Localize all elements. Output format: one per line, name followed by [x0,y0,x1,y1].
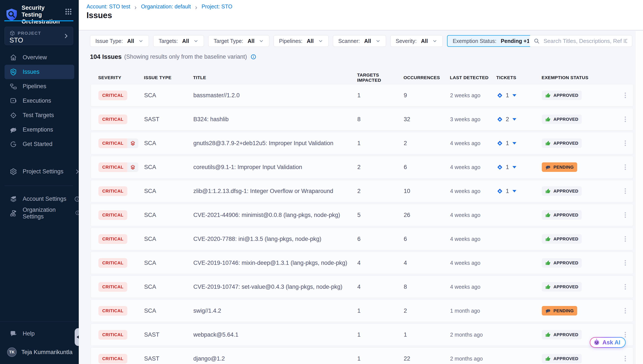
help-chat-icon: ? [10,330,17,338]
row-menu-kebab-icon[interactable] [621,90,630,100]
table-row[interactable]: CRITICALSCAbassmaster//1.2.0192 weeks ag… [91,84,633,106]
target-icon [10,112,17,119]
ticket-dropdown[interactable]: 1 [496,92,516,99]
sidebar-item-account-settings[interactable]: Account Settings [5,192,83,206]
table-row[interactable]: CRITICALSASTB324: hashlib8323 weeks ago2… [91,108,633,130]
table-row[interactable]: CRITICALSCAgnutls28@3.7.9-2+deb12u5: Imp… [91,132,633,154]
targets-impacted-cell: 1 [357,308,404,314]
chevron-down-icon [138,38,144,44]
filter-target-type[interactable]: Target Type:All [208,35,269,47]
severity-badge: CRITICAL [98,234,127,244]
sidebar-item-test-targets[interactable]: Test Targets [5,108,74,122]
exemption-status-cell: APPROVED [542,258,617,268]
exemption-status-label: APPROVED [553,212,578,218]
executions-icon [10,97,17,104]
issues-summary: 104 Issues (Showing results only from th… [90,53,256,60]
row-menu-kebab-icon[interactable] [621,234,630,244]
filter-label: Pipelines: [279,38,302,44]
issue-title[interactable]: gnutls28@3.7.9-2+deb12u5: Improper Input… [193,140,357,147]
issue-type-cell: SAST [144,116,193,123]
exemption-status-cell: APPROVED [542,138,617,148]
issue-title[interactable]: django@1.2 [193,355,357,362]
row-menu-kebab-icon[interactable] [621,162,630,172]
table-row[interactable]: CRITICALSCAzlib@1:1.2.13.dfsg-1: Integer… [91,180,633,202]
sidebar-item-issues[interactable]: Issues [5,65,74,79]
row-menu-kebab-icon[interactable] [621,186,630,196]
ticket-dropdown[interactable]: 1 [496,164,516,170]
filter-scanner[interactable]: Scanner:All [333,35,386,47]
issue-type-cell: SCA [144,164,193,170]
column-header-issue-type: ISSUE TYPE [144,75,193,80]
filter-targets[interactable]: Targets:All [153,35,204,47]
sidebar-item-organization-settings[interactable]: Organization Settings [5,206,83,220]
sidebar-item-get-started[interactable]: Get Started [5,137,74,152]
exemption-status-cell: PENDING [542,162,617,172]
issue-title[interactable]: B324: hashlib [193,116,357,123]
filter-pipelines[interactable]: Pipelines:All [274,35,328,47]
search-input[interactable] [543,38,628,45]
eye-off-icon [10,126,17,134]
issue-title[interactable]: swig//1.4.2 [193,308,357,314]
scrollbar-track[interactable] [636,31,643,364]
table-row[interactable]: CRITICALSCACVE-2019-10746: mixin-deep@1.… [91,252,633,274]
chevron-down-icon [432,38,437,44]
module-grid-icon[interactable] [65,8,72,16]
table-row[interactable]: CRITICALSCACVE-2019-10747: set-value@0.4… [91,276,633,298]
ticket-dropdown[interactable]: 1 [496,140,516,147]
row-menu-kebab-icon[interactable] [621,282,630,292]
user-menu[interactable]: TK Teja Kummarikuntla [0,344,79,360]
get-started-icon [10,140,17,148]
row-menu-kebab-icon[interactable] [621,138,630,148]
exemption-status-label: APPROVED [553,189,578,194]
issue-title[interactable]: bassmaster//1.2.0 [193,92,357,99]
sidebar-item-overview[interactable]: Overview [5,50,74,65]
last-detected-cell: 4 weeks ago [450,260,496,266]
ask-ai-button[interactable]: Ask AI [590,337,626,348]
row-menu-kebab-icon[interactable] [621,210,630,220]
sidebar-item-executions[interactable]: Executions [5,94,74,108]
ticket-dropdown-caret-icon [512,142,516,144]
ticket-dropdown[interactable]: 1 [496,188,516,194]
table-row[interactable]: CRITICALSCACVE-2020-7788: ini@1.3.5 (lan… [91,228,633,250]
table-header: SEVERITYISSUE TYPETITLETARGETS IMPACTEDO… [91,72,633,83]
row-menu-kebab-icon[interactable] [621,114,630,124]
issue-title[interactable]: CVE-2019-10747: set-value@0.4.3 (lang-pk… [193,284,357,290]
issue-title[interactable]: CVE-2019-10746: mixin-deep@1.3.1 (lang-p… [193,260,357,266]
filter-severity[interactable]: Severity:All [390,35,443,47]
tickets-cell: 2 [496,116,542,123]
page-header: Account: STO testOrganization: defaultPr… [79,0,643,30]
exemption-status-cell: APPROVED [542,282,617,292]
filter-issue-type[interactable]: Issue Type:All [90,35,149,47]
table-row[interactable]: CRITICALSCAswig//1.4.2121 month agoPENDI… [91,300,633,322]
table-row[interactable]: CRITICALSCACVE-2021-44906: minimist@0.0.… [91,204,633,226]
issue-title[interactable]: webpack@5.64.1 [193,332,357,338]
table-row[interactable]: CRITICALSASTwebpack@5.64.1112 months ago… [91,324,633,346]
table-row[interactable]: CRITICALSASTdjango@1.21222 months agoAPP… [91,348,633,364]
breadcrumb-link-project[interactable]: Project: STO [202,4,232,10]
row-menu-kebab-icon[interactable] [621,306,630,316]
ticket-count: 1 [506,140,509,147]
sidebar-item-pipelines[interactable]: Pipelines [5,79,74,94]
sidebar-item-exemptions[interactable]: Exemptions [5,122,74,137]
sidebar-item-project-settings[interactable]: Project Settings [5,164,83,179]
info-icon[interactable] [251,54,256,60]
row-menu-kebab-icon[interactable] [621,354,630,364]
targets-impacted-cell: 2 [357,164,404,170]
issue-title[interactable]: zlib@1:1.2.13.dfsg-1: Integer Overflow o… [193,188,357,194]
row-menu-kebab-icon[interactable] [621,258,630,268]
last-detected-cell: 4 weeks ago [450,284,496,290]
sidebar-item-help[interactable]: ? Help [5,326,83,341]
issue-title[interactable]: CVE-2020-7788: ini@1.3.5 (lang-pkgs, nod… [193,236,357,242]
table-row[interactable]: CRITICALSCAcoreutils@9.1-1: Improper Inp… [91,156,633,178]
breadcrumb-link-organization[interactable]: Organization: default [141,4,191,10]
ticket-dropdown[interactable]: 2 [496,116,516,123]
issue-title[interactable]: CVE-2021-44906: minimist@0.0.8 (lang-pkg… [193,212,357,218]
filter-value: All [127,38,134,44]
ticket-count: 2 [506,116,509,123]
issue-title[interactable]: coreutils@9.1-1: Improper Input Validati… [193,164,357,170]
filter-value: Pending +1 [501,38,530,44]
severity-cell: CRITICAL [98,114,144,124]
exemption-status-cell: PENDING [542,306,617,316]
project-selector[interactable]: PROJECT STO [5,27,73,45]
breadcrumb-link-account[interactable]: Account: STO test [87,4,130,10]
